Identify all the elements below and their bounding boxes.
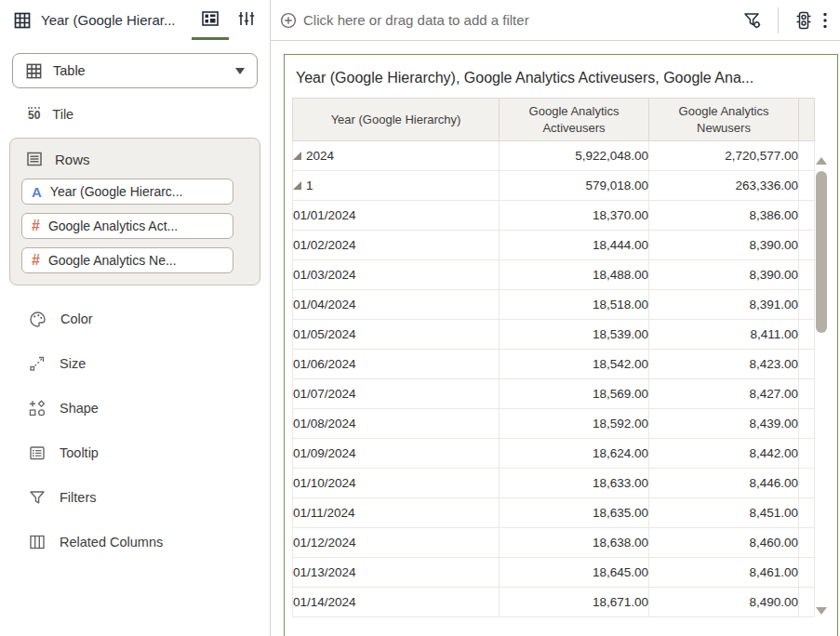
filter-bar[interactable]: Click here or drag data to add a filter: [271, 0, 739, 40]
value-cell[interactable]: 18,569.00: [500, 379, 649, 409]
value-cell[interactable]: 18,645.00: [500, 558, 649, 588]
table-row[interactable]: 01/03/202418,488.008,390.00: [293, 260, 815, 290]
value-cell[interactable]: 263,336.00: [649, 171, 799, 201]
table-row[interactable]: 01/13/202418,645.008,461.00: [293, 558, 815, 588]
value-cell[interactable]: 8,390.00: [649, 231, 799, 260]
value-cell[interactable]: 8,386.00: [649, 201, 799, 231]
value-cell[interactable]: 8,391.00: [649, 290, 799, 320]
table-row[interactable]: 01/01/202418,370.008,386.00: [293, 201, 815, 231]
rows-pill-activeusers[interactable]: # Google Analytics Act...: [21, 213, 233, 239]
scroll-up-arrow[interactable]: [816, 157, 827, 165]
row-label: 01/05/2024: [293, 327, 356, 341]
value-cell[interactable]: 18,518.00: [500, 290, 649, 320]
table-row[interactable]: 1579,018.00263,336.00: [293, 171, 815, 201]
value-cell[interactable]: 8,427.00: [649, 379, 799, 409]
value-cell[interactable]: 18,444.00: [500, 231, 649, 260]
table-row[interactable]: 01/11/202418,635.008,451.00: [293, 498, 815, 528]
table-row[interactable]: 01/10/202418,633.008,446.00: [293, 469, 815, 498]
sidebar-item-shape[interactable]: Shape: [0, 386, 270, 431]
tile-target[interactable]: 50 Tile: [28, 107, 270, 122]
rows-drop-zone[interactable]: Rows A Year (Google Hierarc... # Google …: [9, 138, 260, 285]
top-bar-left: Year (Google Hierar...: [0, 0, 271, 40]
value-cell[interactable]: 5,922,048.00: [500, 141, 649, 171]
value-cell[interactable]: 18,539.00: [500, 320, 649, 350]
row-label-cell[interactable]: 01/03/2024: [293, 260, 500, 290]
sidebar-item-filters[interactable]: Filters: [0, 475, 270, 520]
vertical-scrollbar[interactable]: [816, 152, 827, 636]
viz-type-dropdown[interactable]: Table: [12, 53, 258, 88]
row-label-cell[interactable]: 01/14/2024: [293, 588, 500, 617]
add-filter-icon[interactable]: [280, 12, 297, 29]
row-label-cell[interactable]: 2024: [293, 141, 500, 171]
value-cell[interactable]: 18,542.00: [500, 350, 649, 379]
rows-pill-newusers[interactable]: # Google Analytics Ne...: [21, 247, 233, 273]
value-cell[interactable]: 18,592.00: [500, 409, 649, 439]
sidebar-item-related-columns[interactable]: Related Columns: [0, 520, 270, 564]
scroll-down-arrow[interactable]: [816, 607, 827, 615]
more-menu-button[interactable]: [818, 7, 833, 34]
row-label-cell[interactable]: 01/04/2024: [293, 290, 500, 320]
row-label-cell[interactable]: 01/01/2024: [293, 201, 500, 231]
value-cell[interactable]: 18,635.00: [500, 498, 649, 528]
value-cell[interactable]: 18,488.00: [500, 260, 649, 290]
tab-grammar-panel[interactable]: [192, 0, 229, 40]
tab-properties[interactable]: [229, 0, 264, 40]
table-row[interactable]: 01/14/202418,671.008,490.00: [293, 588, 815, 617]
value-cell[interactable]: 8,490.00: [649, 588, 799, 617]
value-cell[interactable]: 8,461.00: [649, 558, 799, 588]
sidebar-item-label: Size: [60, 356, 86, 371]
table-row[interactable]: 01/08/202418,592.008,439.00: [293, 409, 815, 439]
row-label-cell[interactable]: 01/11/2024: [293, 498, 500, 528]
sidebar-item-size[interactable]: Size: [0, 341, 270, 386]
row-label-cell[interactable]: 1: [293, 171, 500, 201]
chevron-down-icon: [235, 68, 245, 74]
table-row[interactable]: 20245,922,048.002,720,577.00: [293, 141, 815, 171]
value-cell[interactable]: 8,439.00: [649, 409, 799, 439]
row-label-cell[interactable]: 01/07/2024: [293, 379, 500, 409]
value-cell[interactable]: 18,633.00: [500, 469, 649, 498]
empty-cell: [799, 469, 815, 498]
data-table: Year (Google Hierarchy) Google Analytics…: [292, 98, 815, 617]
table-row[interactable]: 01/05/202418,539.008,411.00: [293, 320, 815, 350]
rows-pill-year[interactable]: A Year (Google Hierarc...: [21, 179, 233, 205]
scrollbar-thumb[interactable]: [816, 171, 827, 333]
collapse-triangle-icon[interactable]: [293, 181, 301, 190]
table-row[interactable]: 01/07/202418,569.008,427.00: [293, 379, 815, 409]
collapse-triangle-icon[interactable]: [293, 152, 301, 160]
header-cell-newusers[interactable]: Google Analytics Newusers: [649, 99, 799, 141]
row-label-cell[interactable]: 01/02/2024: [293, 231, 500, 260]
row-label-cell[interactable]: 01/12/2024: [293, 528, 500, 558]
table-row[interactable]: 01/09/202418,624.008,442.00: [293, 439, 815, 469]
value-cell[interactable]: 18,624.00: [500, 439, 649, 469]
value-cell[interactable]: 8,390.00: [649, 260, 799, 290]
value-cell[interactable]: 18,671.00: [500, 588, 649, 617]
value-cell[interactable]: 8,442.00: [649, 439, 799, 469]
row-label-cell[interactable]: 01/10/2024: [293, 469, 500, 498]
value-cell[interactable]: 8,451.00: [649, 498, 799, 528]
sidebar-item-color[interactable]: Color: [0, 297, 270, 341]
row-label: 01/10/2024: [293, 476, 356, 490]
value-cell[interactable]: 18,638.00: [500, 528, 649, 558]
value-cell[interactable]: 18,370.00: [500, 201, 649, 231]
sidebar-item-tooltip[interactable]: Tooltip: [0, 431, 270, 475]
row-label-cell[interactable]: 01/06/2024: [293, 350, 500, 379]
row-label-cell[interactable]: 01/05/2024: [293, 320, 500, 350]
value-cell[interactable]: 8,411.00: [649, 320, 799, 350]
header-cell-activeusers[interactable]: Google Analytics Activeusers: [500, 99, 649, 141]
row-label-cell[interactable]: 01/09/2024: [293, 439, 500, 469]
value-cell[interactable]: 2,720,577.00: [649, 141, 799, 171]
table-visualization[interactable]: Year (Google Hierarchy), Google Analytic…: [284, 54, 838, 636]
table-row[interactable]: 01/06/202418,542.008,423.00: [293, 350, 815, 379]
table-row[interactable]: 01/02/202418,444.008,390.00: [293, 231, 815, 260]
filter-options-button[interactable]: [739, 7, 767, 34]
row-label-cell[interactable]: 01/08/2024: [293, 409, 500, 439]
insights-button[interactable]: [790, 7, 818, 34]
row-label-cell[interactable]: 01/13/2024: [293, 558, 500, 588]
value-cell[interactable]: 579,018.00: [500, 171, 649, 201]
value-cell[interactable]: 8,446.00: [649, 469, 799, 498]
header-cell-year[interactable]: Year (Google Hierarchy): [293, 99, 500, 141]
value-cell[interactable]: 8,460.00: [649, 528, 799, 558]
table-row[interactable]: 01/12/202418,638.008,460.00: [293, 528, 815, 558]
table-row[interactable]: 01/04/202418,518.008,391.00: [293, 290, 815, 320]
value-cell[interactable]: 8,423.00: [649, 350, 799, 379]
